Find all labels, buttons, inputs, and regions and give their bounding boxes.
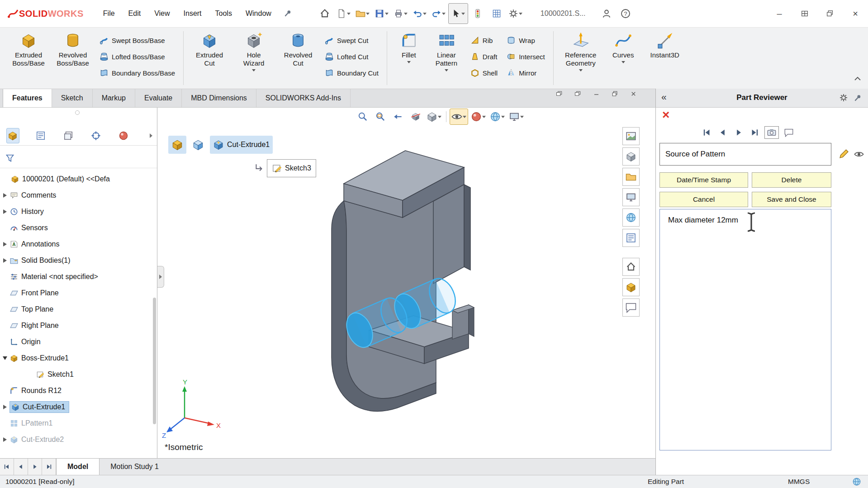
hide-show-caret[interactable] (463, 116, 466, 118)
tabs-previous-button[interactable] (14, 459, 28, 475)
options-button[interactable] (506, 4, 525, 24)
hole-wizard-button[interactable]: HoleWizard (232, 28, 276, 89)
cancel-button[interactable]: Cancel (659, 192, 748, 207)
tree-scrollbar[interactable] (153, 298, 156, 424)
tree-item-annotations[interactable]: Annotations (0, 236, 157, 252)
menu-file[interactable]: File (96, 0, 122, 27)
linear-pattern-button[interactable]: LinearPattern (427, 28, 466, 89)
draft-button[interactable]: Draft (466, 48, 502, 65)
tab-evaluate[interactable]: Evaluate (135, 89, 182, 107)
open-document-button[interactable] (353, 4, 372, 24)
tab-motion-study-1[interactable]: Motion Study 1 (100, 459, 170, 475)
tree-item-material[interactable]: Material <not specified> (0, 269, 157, 285)
menu-pin-button[interactable] (278, 4, 297, 24)
zoom-to-fit-button[interactable] (355, 109, 371, 124)
part-pane-button[interactable] (622, 278, 640, 296)
hole-wizard-caret[interactable] (252, 69, 256, 71)
tabs-next-button[interactable] (28, 459, 42, 475)
tab-model[interactable]: Model (56, 459, 100, 475)
undo-dropdown-caret[interactable] (423, 13, 427, 15)
tab-dimxpertmanager[interactable] (90, 128, 102, 143)
previous-view-button[interactable] (390, 109, 406, 124)
breadcrumb-part-chip[interactable] (168, 136, 186, 154)
tab-featuremanager[interactable] (6, 128, 19, 143)
tree-item-right-plane[interactable]: Right Plane (0, 317, 157, 334)
window-close-button[interactable]: × (843, 0, 868, 27)
view-settings-button[interactable] (508, 109, 525, 124)
model-3d[interactable] (157, 108, 655, 458)
print-button[interactable] (391, 4, 410, 24)
wrap-button[interactable]: Wrap (502, 32, 550, 48)
graphics-viewport[interactable]: Cut-Extrude1 Sketch3 Y X Z *Isometric (157, 108, 655, 458)
swept-boss-base-button[interactable]: Swept Boss/Base (95, 32, 180, 48)
appearance-caret[interactable] (482, 116, 486, 118)
tree-flyout-handle[interactable] (157, 266, 164, 288)
hide-show-items-button[interactable] (450, 109, 468, 125)
boundary-cut-button[interactable]: Boundary Cut (320, 65, 383, 81)
new-dropdown-caret[interactable] (347, 13, 351, 15)
window-restore-button[interactable] (817, 0, 843, 27)
linear-pattern-caret[interactable] (445, 69, 448, 71)
shell-button[interactable]: Shell (466, 65, 502, 81)
revolved-cut-button[interactable]: RevolvedCut (276, 28, 320, 89)
tree-item-boss-extrude1[interactable]: Boss-Extrude1 (0, 350, 157, 366)
tab-mbd-dimensions[interactable]: MBD Dimensions (182, 89, 256, 107)
edit-pencil-icon[interactable] (839, 148, 849, 159)
tree-item-origin[interactable]: Origin (0, 334, 157, 350)
expand-arrow-icon[interactable] (3, 437, 7, 442)
tree-item-top-plane[interactable]: Top Plane (0, 301, 157, 317)
tab-configurationmanager[interactable] (62, 128, 75, 143)
file-properties-button[interactable] (487, 4, 506, 24)
boundary-boss-base-button[interactable]: Boundary Boss/Base (95, 65, 180, 81)
comments-pane-button[interactable] (622, 298, 640, 317)
display-pane-button[interactable] (622, 127, 640, 145)
extruded-cut-button[interactable]: ExtrudedCut (187, 28, 232, 89)
edit-appearance-button[interactable] (470, 109, 487, 124)
menu-tools[interactable]: Tools (209, 0, 239, 27)
tree-item-cut-extrude2[interactable]: Cut-Extrude2 (0, 431, 157, 448)
window-minimize-button[interactable]: – (767, 0, 792, 27)
select-tool-button[interactable] (448, 3, 468, 24)
extruded-boss-base-button[interactable]: ExtrudedBoss/Base (6, 28, 51, 89)
doc-restore-icon[interactable] (611, 90, 619, 97)
redo-button[interactable] (429, 4, 448, 24)
scene-button[interactable] (622, 208, 640, 227)
tab-strip-expand[interactable] (145, 128, 157, 143)
mirror-button[interactable]: Mirror (502, 65, 550, 81)
tree-item-rounds-r12[interactable]: Rounds R12 (0, 383, 157, 399)
tree-item-front-plane[interactable]: Front Plane (0, 285, 157, 301)
tree-item-lpattern1[interactable]: LPattern1 (0, 415, 157, 431)
doc-minimize-icon[interactable] (593, 90, 600, 97)
doc-tile-icon[interactable] (574, 90, 582, 97)
tab-sketch[interactable]: Sketch (52, 89, 93, 107)
reviewer-note-area[interactable]: Max diameter 12mm (659, 209, 831, 450)
datetime-stamp-button[interactable]: Date/Time Stamp (659, 172, 748, 188)
lofted-boss-base-button[interactable]: Lofted Boss/Base (95, 48, 180, 65)
fillet-caret[interactable] (407, 61, 411, 63)
tree-item-comments[interactable]: Comments (0, 187, 157, 204)
panel-gear-icon[interactable] (839, 93, 848, 102)
open-dropdown-caret[interactable] (366, 13, 370, 15)
reference-geometry-button[interactable]: ReferenceGeometry (557, 28, 604, 89)
options-dropdown-caret[interactable] (519, 13, 522, 15)
curves-caret[interactable] (621, 61, 625, 63)
expand-arrow-icon[interactable] (3, 405, 7, 409)
tab-solidworks-addins[interactable]: SOLIDWORKS Add-Ins (256, 89, 351, 107)
reviewer-close-button[interactable]: × (662, 109, 669, 121)
screenshot-toggle-button[interactable] (764, 126, 779, 139)
delete-button[interactable]: Delete (752, 172, 831, 188)
lofted-cut-button[interactable]: Lofted Cut (320, 48, 383, 65)
home-button[interactable] (315, 4, 334, 24)
reviewer-name-field[interactable] (659, 143, 831, 166)
folder-button[interactable] (622, 168, 640, 186)
fillet-button[interactable]: Fillet (391, 28, 427, 89)
zoom-to-area-button[interactable] (372, 109, 389, 124)
collapse-arrow-icon[interactable] (3, 356, 7, 360)
menu-insert[interactable]: Insert (177, 0, 209, 27)
apply-scene-button[interactable] (489, 109, 506, 124)
tabs-last-button[interactable] (42, 459, 56, 475)
scene-caret[interactable] (501, 116, 505, 118)
help-button[interactable] (616, 4, 635, 24)
expand-arrow-icon[interactable] (3, 242, 7, 246)
status-globe-icon[interactable] (852, 477, 861, 486)
